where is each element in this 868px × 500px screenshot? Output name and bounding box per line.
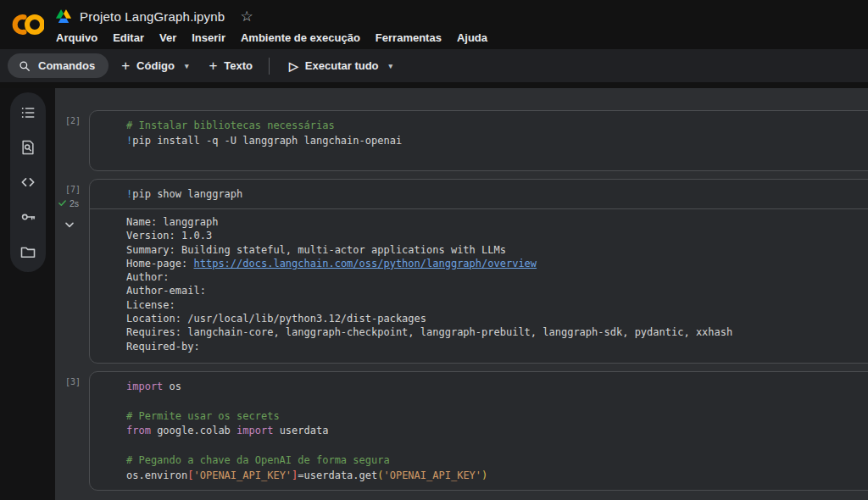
google-drive-icon[interactable] [56, 9, 71, 23]
add-code-cell-button[interactable]: + Código ▾ [114, 53, 196, 78]
sidebar [10, 92, 46, 272]
cell-container: # Instalar bibliotecas necessárias!pip i… [89, 110, 868, 171]
add-code-label: Código [136, 59, 175, 72]
token-plain: pip show langgraph [132, 188, 242, 200]
cell-editor[interactable]: !pip show langgraph [90, 180, 868, 209]
runtime-label: 2s [70, 198, 79, 208]
output-line: Author-email: [126, 284, 864, 297]
code-line [126, 148, 864, 164]
token-plain: Summary: Building stateful, multi-actor … [126, 244, 506, 256]
find-replace-icon[interactable] [19, 139, 36, 156]
code-line: import os [126, 380, 864, 395]
menu-ver[interactable]: Ver [152, 31, 184, 44]
output-line: Name: langgraph [126, 215, 864, 229]
code-line: # Instalar bibliotecas necessárias [126, 119, 864, 134]
main-area: [2]# Instalar bibliotecas necessárias!pi… [0, 88, 868, 500]
menu-ferramentas[interactable]: Ferramentas [368, 31, 449, 44]
token-plain: pip install -q -U langgraph langchain-op… [132, 135, 402, 147]
output-line: Location: /usr/local/lib/python3.12/dist… [126, 312, 864, 325]
output-line: Home-page: https://docs.langchain.com/os… [126, 257, 864, 270]
star-icon[interactable]: ☆ [240, 9, 253, 24]
cell-container: import os # Permite usar os secretsfrom … [89, 371, 868, 492]
token-plain: Required-by: [126, 341, 200, 353]
cell-runtime: 2s [58, 198, 79, 208]
menu-ajuda[interactable]: Ajuda [449, 31, 495, 44]
output-line: Author: [126, 270, 864, 284]
code-cell: [3]import os # Permite usar os secretsfr… [89, 371, 868, 492]
colab-infinity-icon [12, 13, 44, 36]
token-plain: Author: [126, 271, 170, 283]
token-comment: # Permite usar os secrets [126, 410, 280, 422]
cell-container: !pip show langgraphName: langgraphVersio… [89, 179, 868, 364]
add-text-cell-button[interactable]: + Texto [201, 53, 260, 78]
token-plain: os [163, 381, 181, 392]
output-link[interactable]: https://docs.langchain.com/oss/python/la… [193, 258, 537, 269]
cell-editor[interactable]: import os # Permite usar os secretsfrom … [90, 372, 868, 491]
code-line: !pip show langgraph [126, 187, 864, 203]
token-plain: Location: /usr/local/lib/python3.12/dist… [126, 313, 426, 325]
token-keyword: import [126, 381, 163, 392]
cell-output: Name: langgraphVersion: 1.0.3Summary: Bu… [90, 208, 868, 363]
notebook-title[interactable]: Projeto LangGraph.ipynb [80, 9, 225, 24]
search-icon [19, 60, 31, 72]
code-cell: [2]# Instalar bibliotecas necessárias!pi… [89, 110, 868, 171]
run-all-label: Executar tudo [305, 59, 379, 72]
token-plain: Version: 1.0.3 [126, 230, 212, 242]
files-folder-icon[interactable] [19, 243, 36, 260]
title-row: Projeto LangGraph.ipynb ☆ [56, 5, 868, 27]
execution-count-badge[interactable]: [3] [60, 377, 86, 386]
menu-editar[interactable]: Editar [105, 31, 152, 44]
secrets-key-icon[interactable] [19, 208, 36, 225]
left-gutter [0, 88, 55, 500]
token-string: 'OPENAI_API_KEY' [193, 469, 292, 481]
token-plain: =userdata.get [298, 469, 377, 481]
token-plain: License: [126, 299, 175, 311]
code-line: os.environ['OPENAI_API_KEY']=userdata.ge… [126, 469, 864, 484]
output-line: Required-by: [126, 340, 864, 353]
check-icon [58, 198, 67, 208]
menu-bar: Arquivo Editar Ver Inserir Ambiente de e… [48, 27, 868, 47]
token-keyword: import [236, 425, 273, 436]
menu-ambiente-de-execucao[interactable]: Ambiente de execução [233, 31, 368, 44]
menu-arquivo[interactable]: Arquivo [48, 31, 105, 44]
token-comment: # Instalar bibliotecas necessárias [126, 119, 335, 131]
app-header: Projeto LangGraph.ipynb ☆ Arquivo Editar… [0, 0, 868, 49]
cell-list: [2]# Instalar bibliotecas necessárias!pi… [55, 110, 868, 491]
token-string: 'OPENAI_API_KEY' [383, 469, 481, 481]
token-comment: # Pegando a chave da OpenAI de forma seg… [126, 454, 390, 466]
token-plain: Home-page: [126, 258, 193, 269]
output-line: Summary: Building stateful, multi-actor … [126, 243, 864, 257]
code-line: !pip install -q -U langgraph langchain-o… [126, 134, 864, 149]
run-all-button[interactable]: ▷ Executar tudo ▾ [281, 53, 400, 78]
token-paren: ) [481, 469, 487, 481]
execution-count-badge[interactable]: [2] [60, 116, 86, 125]
token-keyword: from [126, 425, 151, 436]
cell-editor[interactable]: # Instalar bibliotecas necessárias!pip i… [90, 111, 868, 170]
code-line: # Pegando a chave da OpenAI de forma seg… [126, 453, 864, 469]
notebook-toolbar: Comandos + Código ▾ + Texto ▷ Executar t… [0, 49, 868, 82]
token-plain: Requires: langchain-core, langgraph-chec… [126, 326, 732, 338]
command-palette-button[interactable]: Comandos [8, 53, 108, 78]
token-plain: Name: langgraph [126, 216, 218, 228]
code-line: from google.colab import userdata [126, 424, 864, 439]
plus-icon: + [209, 58, 217, 73]
collapse-output-icon[interactable] [63, 218, 78, 233]
execution-count-badge[interactable]: [7] [60, 185, 86, 194]
output-line: Requires: langchain-core, langgraph-chec… [126, 325, 864, 339]
code-line [126, 394, 864, 409]
play-outline-icon: ▷ [289, 60, 298, 72]
token-plain: os.environ [126, 469, 187, 481]
token-plain: Author-email: [126, 285, 206, 297]
output-line: License: [126, 298, 864, 312]
plus-icon: + [121, 58, 130, 73]
output-line: Version: 1.0.3 [126, 229, 864, 242]
notebook-content: [2]# Instalar bibliotecas necessárias!pi… [55, 88, 868, 500]
menu-inserir[interactable]: Inserir [184, 31, 233, 44]
code-line: # Permite usar os secrets [126, 409, 864, 425]
code-snippets-icon[interactable] [19, 174, 36, 191]
token-plain: google.colab [151, 425, 236, 436]
toolbar-content-divider [0, 82, 868, 88]
token-plain: userdata [273, 425, 328, 436]
toc-icon[interactable] [19, 104, 36, 121]
chevron-down-icon: ▾ [185, 62, 189, 70]
